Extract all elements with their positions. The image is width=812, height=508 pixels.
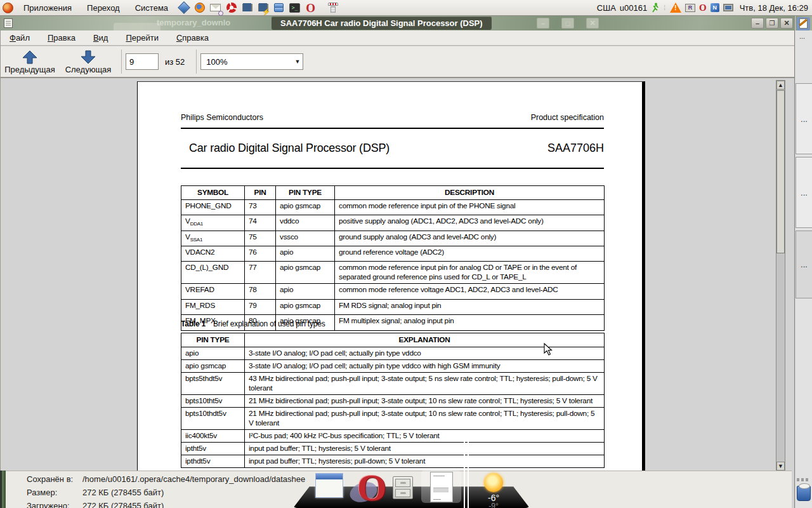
titlebar[interactable]: temporary_downlo SAA7706H Car radio Digi… bbox=[1, 16, 794, 30]
doc-header-left: Philips Semiconductors bbox=[181, 113, 263, 122]
desktop-right-strip: ... ... ... ... bbox=[796, 16, 812, 508]
warning-icon[interactable] bbox=[670, 3, 681, 13]
size-value: 272 КБ (278455 байт) bbox=[82, 488, 164, 497]
workstation-icon[interactable] bbox=[240, 1, 254, 15]
panel-menu-places[interactable]: Переход bbox=[79, 0, 128, 15]
firefox-icon[interactable] bbox=[193, 1, 206, 15]
panel-menu-applications[interactable]: Приложения bbox=[16, 0, 79, 15]
menubar: Файл Правка Вид Перейти Справка bbox=[1, 30, 794, 46]
table-row: FM_RDS79apio gsmcapFM RDS signal; analog… bbox=[181, 299, 605, 314]
chevron-down-icon[interactable] bbox=[294, 54, 300, 69]
menu-file[interactable]: Файл bbox=[1, 30, 39, 45]
toolbar-separator bbox=[196, 50, 197, 74]
sun-icon bbox=[484, 473, 503, 492]
table-row: bpts10tht5v21 MHz bidirectional pad; pus… bbox=[181, 395, 605, 408]
scroll-down-button[interactable] bbox=[776, 462, 785, 471]
ubuntu-menu-icon[interactable] bbox=[1, 1, 15, 15]
window-icon bbox=[4, 18, 13, 28]
screen-capture-icon[interactable]: R bbox=[685, 4, 695, 12]
temperature-night: -9° bbox=[475, 502, 513, 508]
menu-help[interactable]: Справка bbox=[167, 30, 218, 45]
desktop-document-edit-icon[interactable] bbox=[797, 17, 810, 30]
table-row: ipthdt5vinput pad buffer; TTL; hysteresi… bbox=[181, 455, 605, 468]
pdf-page: Philips Semiconductors Product specifica… bbox=[137, 81, 645, 508]
display-icon[interactable] bbox=[723, 4, 733, 11]
doc-title: Car radio Digital Signal Processor (DSP) bbox=[181, 142, 390, 155]
file-cabinet-icon[interactable] bbox=[393, 476, 413, 499]
menu-edit[interactable]: Правка bbox=[39, 30, 84, 45]
nx-client-icon[interactable]: N bbox=[710, 3, 719, 12]
offscreen-window-edge-3[interactable]: ... bbox=[796, 231, 812, 298]
table-row: VSSA175vsscoground supply analog (ADC3 a… bbox=[181, 231, 605, 246]
desktop: ... ... ... ... temporary_downlo SAA7706… bbox=[0, 0, 812, 508]
page-number-input[interactable] bbox=[126, 53, 159, 70]
table-row: VDACN276apioground reference voltage (AD… bbox=[181, 246, 605, 262]
divider bbox=[464, 440, 465, 508]
saved-to-label: Сохранён в: bbox=[27, 474, 82, 484]
table-row: apio3-state I/O analog; I/O pad cell; ac… bbox=[181, 347, 605, 360]
pdf-viewer-window: temporary_downlo SAA7706H Car radio Digi… bbox=[0, 16, 795, 508]
table-row: CD_(L)_GND77apio gsmcapcommon mode refer… bbox=[181, 262, 605, 284]
close-button[interactable] bbox=[780, 18, 793, 29]
offscreen-window-edge-2[interactable]: ... bbox=[796, 157, 812, 228]
table-row: iic400kt5vI²C-bus pad; 400 kHz I²C-bus s… bbox=[181, 430, 605, 443]
keyboard-layout-indicator[interactable]: США bbox=[597, 3, 616, 13]
opera-tray-icon[interactable]: O bbox=[699, 3, 707, 13]
vertical-scrollbar[interactable] bbox=[776, 80, 785, 486]
doc-rule bbox=[181, 168, 604, 169]
trash-icon[interactable] bbox=[797, 486, 811, 501]
menu-go[interactable]: Перейти bbox=[117, 30, 167, 45]
table-caption: Table 1Brief explanation of used pin typ… bbox=[181, 319, 325, 328]
table-row: PHONE_GND73apio gsmcapcommon mode refere… bbox=[181, 200, 605, 215]
table-row: VREFAD78apiocommon mode reference voltag… bbox=[181, 284, 605, 299]
username-label: u00161 bbox=[620, 3, 647, 13]
scroll-up-button[interactable] bbox=[776, 81, 785, 90]
downloaded-label: Загружено: bbox=[27, 501, 82, 508]
session-runner-icon[interactable] bbox=[651, 3, 660, 13]
offscreen-window-edge-1[interactable]: ... bbox=[796, 83, 812, 154]
doc-header-right: Product specification bbox=[531, 113, 604, 122]
table-header-row: SYMBOL PIN PIN TYPE DESCRIPTION bbox=[181, 186, 605, 200]
file-manager-icon[interactable] bbox=[272, 1, 285, 15]
doc-rule bbox=[181, 128, 604, 129]
pin-table: SYMBOL PIN PIN TYPE DESCRIPTION PHONE_GN… bbox=[181, 185, 605, 331]
tray-handle[interactable]: ⁞ bbox=[664, 4, 666, 11]
restore-button[interactable] bbox=[766, 18, 778, 29]
terminal-icon[interactable]: >_ bbox=[288, 1, 301, 15]
minimize-button[interactable] bbox=[751, 18, 764, 29]
spring-toy-icon[interactable] bbox=[326, 1, 339, 15]
page-count-label: из 52 bbox=[165, 57, 185, 67]
table-row: VDDA174vddcopositive supply analog (ADC1… bbox=[181, 215, 605, 231]
previous-page-button[interactable]: Предыдущая bbox=[1, 48, 59, 76]
help-lifesaver-icon[interactable] bbox=[225, 1, 238, 15]
arrow-down-icon bbox=[81, 50, 96, 64]
arrow-up-icon bbox=[22, 50, 37, 64]
downloaded-value: 272 КБ (278455 байт) bbox=[82, 501, 164, 508]
clock[interactable]: Чтв, 18 Дек, 16:29 bbox=[737, 3, 808, 13]
next-page-button[interactable]: Следующая bbox=[59, 48, 117, 76]
scrollbar-thumb[interactable] bbox=[776, 90, 785, 253]
ghost-minimize-button bbox=[537, 18, 549, 29]
virtualbox-icon[interactable] bbox=[177, 1, 190, 15]
opera-icon[interactable]: O bbox=[348, 469, 388, 508]
zoom-select[interactable]: 100% bbox=[200, 53, 303, 70]
size-label: Размер: bbox=[27, 488, 82, 497]
table-row: bpts10thdt5v21 MHz bidirectional pad; pu… bbox=[181, 408, 605, 430]
desktop-icon-label: ... bbox=[799, 32, 805, 40]
document-view: Philips Semiconductors Product specifica… bbox=[1, 77, 794, 508]
toolbar: Предыдущая Следующая из 52 100% bbox=[1, 46, 794, 77]
weather-applet[interactable]: -6° -9° bbox=[475, 473, 513, 508]
background-window-title: temporary_downlo bbox=[157, 18, 230, 27]
menu-view[interactable]: Вид bbox=[84, 30, 117, 45]
browser-window-icon[interactable] bbox=[315, 473, 343, 498]
toolbar-separator bbox=[121, 50, 122, 74]
mail-icon[interactable] bbox=[209, 1, 222, 15]
background-window-tab bbox=[114, 23, 160, 30]
pin-type-table: PIN TYPE EXPLANATION apio3-state I/O ana… bbox=[181, 333, 605, 468]
opera-launcher-icon[interactable]: O bbox=[304, 1, 317, 15]
document-preview-icon[interactable] bbox=[421, 470, 461, 503]
saved-to-value: /home/u00161/.opera/cache4/temporary_dow… bbox=[82, 474, 305, 484]
remote-desktop-icon[interactable]: ⚡ bbox=[256, 1, 270, 15]
panel-menu-system[interactable]: Система bbox=[128, 0, 176, 15]
doc-part-number: SAA7706H bbox=[547, 142, 604, 155]
